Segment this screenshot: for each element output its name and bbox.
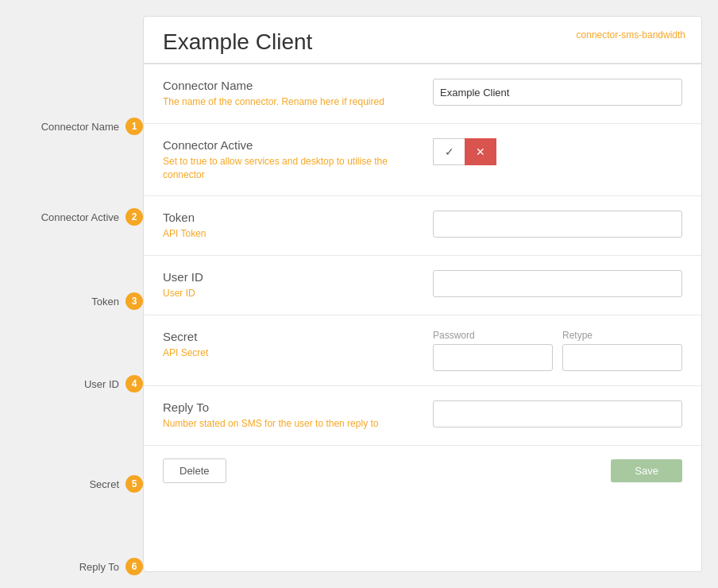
user-id-input[interactable] — [433, 270, 682, 297]
field-control-reply-to — [433, 400, 682, 427]
field-info-reply-to: Reply To Number stated on SMS for the us… — [163, 400, 417, 431]
save-button[interactable]: Save — [611, 459, 682, 482]
field-label-user-id: User ID — [163, 270, 417, 284]
field-row-connector-active: Connector Active Set to true to allow se… — [144, 124, 701, 197]
field-control-connector-active: ✓ ✕ — [433, 138, 682, 165]
field-desc-reply-to: Number stated on SMS for the user to the… — [163, 417, 417, 431]
label-text-4: User ID — [84, 378, 119, 390]
field-label-reply-to: Reply To — [163, 400, 417, 414]
field-label-connector-active: Connector Active — [163, 138, 417, 152]
delete-button[interactable]: Delete — [163, 458, 226, 483]
toggle-x-button[interactable]: ✕ — [465, 138, 496, 165]
label-row-4: User ID 4 — [16, 375, 143, 393]
badge-4: 4 — [125, 375, 143, 393]
field-row-connector-name: Connector Name The name of the connector… — [144, 64, 701, 124]
field-row-reply-to: Reply To Number stated on SMS for the us… — [144, 386, 701, 446]
retype-input[interactable] — [562, 344, 682, 371]
label-text-5: Secret — [89, 478, 119, 490]
field-desc-connector-active: Set to true to allow services and deskto… — [163, 155, 417, 182]
card-footer: Delete Save — [144, 446, 701, 496]
badge-5: 5 — [125, 475, 143, 493]
toggle-group: ✓ ✕ — [433, 138, 682, 165]
field-control-user-id — [433, 270, 682, 297]
field-control-secret: Password Retype — [433, 330, 682, 371]
left-labels: Connector Name 1 Connector Active 2 Toke… — [16, 16, 143, 578]
label-text-3: Token — [91, 296, 119, 308]
field-info-connector-name: Connector Name The name of the connector… — [163, 79, 417, 109]
page-wrapper: Connector Name 1 Connector Active 2 Toke… — [0, 0, 718, 588]
badge-2: 2 — [125, 208, 143, 226]
badge-6: 6 — [125, 558, 143, 575]
field-label-secret: Secret — [163, 330, 417, 343]
toggle-check-button[interactable]: ✓ — [433, 138, 465, 165]
password-group: Password Retype — [433, 330, 682, 371]
x-icon: ✕ — [476, 145, 485, 158]
field-info-secret: Secret API Secret — [163, 330, 417, 360]
password-label: Password — [433, 330, 553, 341]
reply-to-input[interactable] — [433, 400, 682, 427]
token-input[interactable] — [433, 211, 682, 238]
connector-id: connector-sms-bandwidth — [577, 29, 685, 41]
badge-3: 3 — [125, 292, 143, 310]
label-row-6: Reply To 6 — [16, 558, 143, 575]
field-row-token: Token API Token — [144, 196, 701, 256]
field-row-secret: Secret API Secret Password Retype — [144, 315, 701, 386]
retype-field: Retype — [562, 330, 682, 371]
field-desc-user-id: User ID — [163, 287, 417, 300]
password-field: Password — [433, 330, 553, 371]
label-row-2: Connector Active 2 — [16, 208, 143, 226]
badge-1: 1 — [125, 118, 143, 135]
label-text-1: Connector Name — [41, 121, 119, 133]
field-control-token — [433, 211, 682, 238]
connector-name-input[interactable] — [433, 79, 682, 106]
field-desc-secret: API Secret — [163, 346, 417, 360]
label-row-3: Token 3 — [16, 292, 143, 310]
field-info-token: Token API Token — [163, 211, 417, 241]
main-card: Example Client connector-sms-bandwidth C… — [143, 16, 702, 572]
field-label-connector-name: Connector Name — [163, 79, 417, 92]
field-desc-token: API Token — [163, 227, 417, 241]
label-row-1: Connector Name 1 — [16, 118, 143, 135]
field-row-user-id: User ID User ID — [144, 256, 701, 315]
field-info-connector-active: Connector Active Set to true to allow se… — [163, 138, 417, 182]
check-icon: ✓ — [445, 145, 454, 158]
field-desc-connector-name: The name of the connector. Rename here i… — [163, 95, 417, 109]
card-header: Example Client connector-sms-bandwidth — [144, 17, 701, 64]
label-row-5: Secret 5 — [16, 475, 143, 493]
password-input[interactable] — [433, 344, 553, 371]
field-info-user-id: User ID User ID — [163, 270, 417, 300]
retype-label: Retype — [562, 330, 682, 341]
field-label-token: Token — [163, 211, 417, 224]
label-text-2: Connector Active — [41, 211, 119, 223]
field-control-connector-name — [433, 79, 682, 106]
label-text-6: Reply To — [79, 561, 119, 573]
